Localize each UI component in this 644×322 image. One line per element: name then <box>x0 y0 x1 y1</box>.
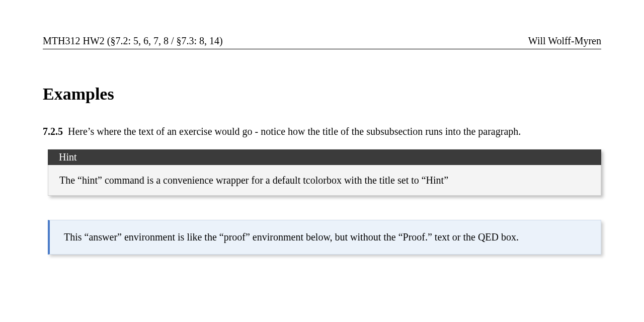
exercise-paragraph: 7.2.5Here’s where the text of an exercis… <box>43 123 601 140</box>
header-right: Will Wolff-Myren <box>528 35 601 47</box>
hint-body: The “hint” command is a convenience wrap… <box>48 165 601 196</box>
answer-body: This “answer” environment is like the “p… <box>64 231 519 243</box>
answer-box: This “answer” environment is like the “p… <box>48 220 601 255</box>
hint-title: Hint <box>48 149 601 165</box>
exercise-number: 7.2.5 <box>43 126 63 137</box>
header-left: MTH312 HW2 (§7.2: 5, 6, 7, 8 / §7.3: 8, … <box>43 35 223 47</box>
page-header: MTH312 HW2 (§7.2: 5, 6, 7, 8 / §7.3: 8, … <box>43 35 601 47</box>
exercise-text: Here’s where the text of an exercise wou… <box>68 126 521 137</box>
hint-box: Hint The “hint” command is a convenience… <box>48 149 601 196</box>
section-title: Examples <box>43 85 601 104</box>
header-rule <box>43 49 601 49</box>
